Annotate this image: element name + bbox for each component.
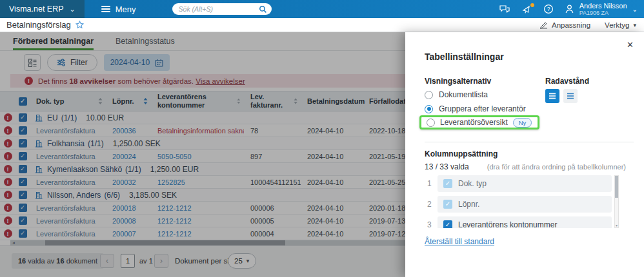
table-settings-panel: ✕ Tabellinställningar Visningsalternativ…: [405, 32, 644, 277]
notification-dot: [530, 3, 534, 7]
tools-label: Verktyg: [605, 21, 629, 29]
favorite-star-icon[interactable]: [75, 21, 84, 29]
customize-icon: [539, 21, 548, 29]
column-order-number: 2: [427, 200, 438, 209]
option-supplier-overview-highlighted[interactable]: Leverantörsöversikt Ny: [419, 115, 539, 129]
user-menu[interactable]: Anders Nilsson PA1906 ZA ⌄: [565, 2, 638, 16]
column-label: Dok. typ: [458, 179, 487, 188]
chevron-down-icon: ▾: [633, 22, 636, 28]
view-options-label: Visningsalternativ: [425, 77, 491, 86]
column-list-item[interactable]: 3 ✓ Leverantörens kontonummer: [427, 216, 619, 228]
column-drag-handle[interactable]: ✓ Löpnr.: [438, 196, 612, 213]
announcements-icon[interactable]: [521, 5, 532, 14]
svg-text:?: ?: [547, 6, 550, 12]
menu-label: Meny: [116, 5, 136, 14]
brand-label: Visma.net ERP: [9, 5, 64, 14]
customize-label: Anpassning: [552, 21, 590, 29]
scroll-down-arrow-icon[interactable]: ▾: [615, 223, 618, 227]
user-name: Anders Nilsson: [579, 2, 627, 10]
relaxed-rows-icon: [567, 92, 574, 100]
row-spacing-compact-button[interactable]: [545, 89, 559, 103]
tools-button[interactable]: Verktyg ▾: [605, 21, 636, 29]
column-list: 1 ✓ Dok. typ 2 ✓ Löpnr. 3 ✓ Leverantören…: [427, 175, 619, 228]
column-label: Leverantörens kontonummer: [458, 220, 557, 228]
row-spacing-label: Radavstånd: [545, 77, 589, 86]
compact-rows-icon: [548, 92, 556, 100]
column-order-number: 1: [427, 179, 438, 188]
main-menu-button[interactable]: Meny: [101, 5, 136, 14]
column-label: Löpnr.: [458, 200, 479, 209]
help-icon[interactable]: ?: [543, 4, 554, 14]
column-order-number: 3: [427, 220, 438, 228]
columns-selected-count: 13 / 33 valda: [425, 162, 469, 171]
option-group-by-supplier[interactable]: Gruppera efter leverantör: [425, 104, 526, 113]
drag-hint: (dra för att ändra ordning på tabellkolu…: [487, 163, 626, 171]
column-drag-handle[interactable]: ✓ Dok. typ: [438, 175, 612, 192]
reset-to-default-link[interactable]: Återställ till standard: [425, 237, 494, 246]
search-input[interactable]: [179, 5, 259, 13]
new-badge: Ny: [513, 118, 532, 128]
search-icon[interactable]: [259, 5, 267, 14]
user-icon: [565, 4, 574, 14]
brand-menu[interactable]: Visma.net ERP ⌄: [0, 0, 85, 18]
column-checkbox[interactable]: ✓: [443, 220, 452, 228]
panel-title: Tabellinställningar: [425, 52, 504, 62]
row-spacing-toggle: [545, 89, 578, 103]
customize-button[interactable]: Anpassning: [539, 21, 590, 29]
row-spacing-relaxed-button[interactable]: [563, 89, 578, 103]
messages-icon[interactable]: [499, 5, 510, 14]
page-title: Betalningsförslag: [6, 20, 71, 30]
hamburger-icon: [101, 6, 110, 12]
column-drag-handle[interactable]: ✓ Leverantörens kontonummer: [438, 216, 612, 228]
column-checkbox[interactable]: ✓: [443, 179, 452, 188]
global-search[interactable]: [172, 3, 272, 15]
column-list-item[interactable]: 1 ✓ Dok. typ: [427, 175, 619, 192]
top-bar: Visma.net ERP ⌄ Meny ? Anders Nilsson PA…: [0, 0, 644, 18]
chevron-down-icon: ⌄: [70, 5, 75, 14]
user-org: PA1906 ZA: [579, 10, 627, 16]
option-document-list[interactable]: Dokumentlista: [425, 90, 488, 99]
divider: [425, 142, 634, 142]
main-content: Förbered betalningar Betalningsstatus Fi…: [0, 32, 644, 277]
radio-selected-icon[interactable]: [425, 105, 433, 113]
column-list-scrollbar[interactable]: ▾: [614, 175, 619, 228]
radio-icon[interactable]: [427, 119, 435, 127]
column-list-item[interactable]: 2 ✓ Löpnr.: [427, 196, 619, 213]
title-bar: Betalningsförslag Anpassning Verktyg ▾: [0, 18, 644, 32]
column-set-label: Kolumnuppsättning: [425, 149, 498, 158]
radio-icon[interactable]: [425, 91, 433, 99]
scrollbar-thumb[interactable]: [615, 176, 618, 198]
column-checkbox[interactable]: ✓: [443, 200, 452, 209]
chevron-down-icon: ⌄: [632, 6, 638, 13]
close-icon[interactable]: ✕: [627, 40, 634, 50]
